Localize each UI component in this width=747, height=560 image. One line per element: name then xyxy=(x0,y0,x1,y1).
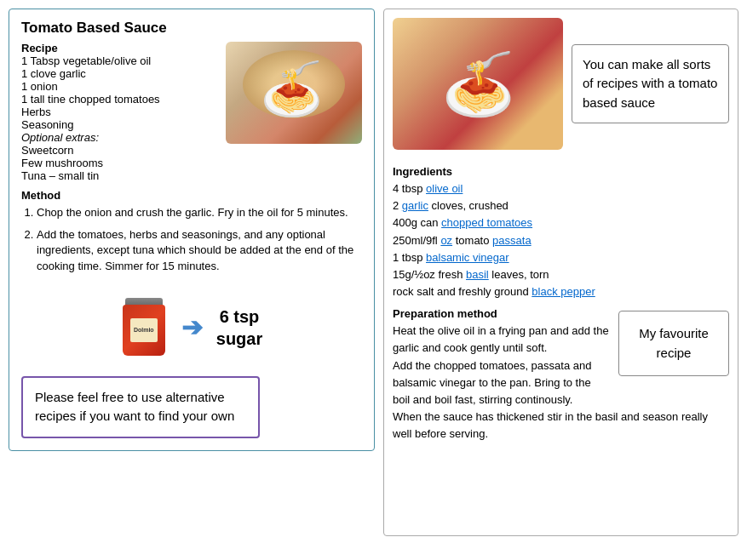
ingr-line-3: 400g can chopped tomatoes xyxy=(393,214,729,231)
recipe-label: Recipe xyxy=(21,42,217,54)
ingredient-5: Herbs xyxy=(21,106,217,118)
method-list: Chop the onion and crush the garlic. Fry… xyxy=(21,205,362,274)
optional-3: Tuna – small tin xyxy=(21,169,217,182)
link-passata[interactable]: passata xyxy=(492,234,532,247)
link-basil[interactable]: basil xyxy=(466,268,489,281)
link-chopped-tomatoes[interactable]: chopped tomatoes xyxy=(441,216,532,229)
link-olive-oil[interactable]: olive oil xyxy=(426,182,463,195)
note-text: Please feel free to use alternative reci… xyxy=(35,390,234,424)
ingr-line-1: 4 tbsp olive oil xyxy=(393,180,729,197)
ingr-line-2: 2 garlic cloves, crushed xyxy=(393,197,729,214)
callout-box: You can make all sorts of recipes with a… xyxy=(572,44,729,124)
ingredients-label: Ingredients xyxy=(393,163,729,180)
sauce-section: Dolmio ➔ 6 tspsugar xyxy=(21,291,362,364)
ingr-line-4: 250ml/9fl oz tomato passata xyxy=(393,232,729,249)
ingr-line-7: rock salt and freshly ground black peppe… xyxy=(393,283,729,300)
jar-icon: Dolmio xyxy=(121,298,168,357)
favourite-text: My favourite recipe xyxy=(639,326,709,360)
method-label: Method xyxy=(21,189,362,202)
link-oz[interactable]: oz xyxy=(440,234,452,247)
link-black-pepper[interactable]: black pepper xyxy=(532,285,595,298)
note-box: Please feel free to use alternative reci… xyxy=(21,376,260,438)
jar-body: Dolmio xyxy=(123,305,165,356)
recipe-image xyxy=(226,42,362,144)
sugar-text: 6 tspsugar xyxy=(216,306,262,350)
ingredient-6: Seasoning xyxy=(21,118,217,131)
optional-2: Few mushrooms xyxy=(21,157,217,169)
callout-text: You can make all sorts of recipes with a… xyxy=(583,57,717,110)
ingredient-1: 1 Tabsp vegetable/olive oil xyxy=(21,54,217,67)
link-garlic[interactable]: garlic xyxy=(402,199,428,212)
prep-text-3: When the sauce has thickened stir in the… xyxy=(393,409,729,443)
ingredients-section: Ingredients 4 tbsp olive oil 2 garlic cl… xyxy=(393,163,729,300)
food-image: 🍝 xyxy=(393,18,563,150)
method-step-2: Add the tomatoes, herbs and seasonings, … xyxy=(37,227,362,274)
ingredient-4: 1 tall tine chopped tomatoes xyxy=(21,93,217,106)
optional-label: Optional extras: xyxy=(21,131,217,144)
link-balsamic-vinegar[interactable]: balsamic vinegar xyxy=(426,251,509,264)
jar-label: Dolmio xyxy=(130,318,158,342)
ingr-line-6: 15g/½oz fresh basil leaves, torn xyxy=(393,266,729,283)
right-panel: 🍝 You can make all sorts of recipes with… xyxy=(383,9,738,536)
recipe-text-block: Recipe 1 Tabsp vegetable/olive oil 1 clo… xyxy=(21,42,226,182)
prep-section: My favourite recipe Preparation method H… xyxy=(393,306,729,443)
left-panel: Tomato Based Sauce Recipe 1 Tabsp vegeta… xyxy=(9,9,375,451)
optional-1: Sweetcorn xyxy=(21,144,217,157)
arrow-icon: ➔ xyxy=(181,312,203,342)
ingredient-2: 1 clove garlic xyxy=(21,67,217,80)
ingredient-3: 1 onion xyxy=(21,80,217,93)
ingr-line-5: 1 tbsp balsamic vinegar xyxy=(393,249,729,266)
right-top: 🍝 You can make all sorts of recipes with… xyxy=(393,18,729,150)
recipe-header: Recipe 1 Tabsp vegetable/olive oil 1 clo… xyxy=(21,42,362,182)
method-step-1: Chop the onion and crush the garlic. Fry… xyxy=(37,205,362,220)
favourite-box: My favourite recipe xyxy=(618,311,729,376)
page-title: Tomato Based Sauce xyxy=(21,20,362,37)
